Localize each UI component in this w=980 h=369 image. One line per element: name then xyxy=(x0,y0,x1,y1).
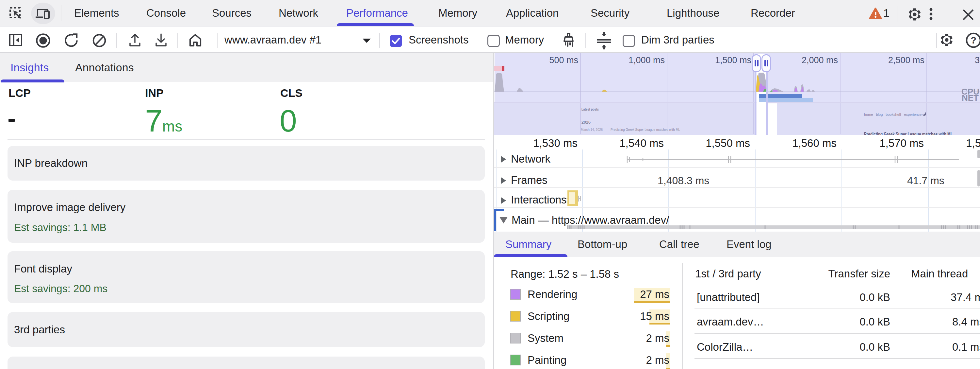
svg-text:1,540 ms: 1,540 ms xyxy=(619,137,664,149)
svg-text:Interactions: Interactions xyxy=(511,194,567,206)
svg-text:500 ms: 500 ms xyxy=(549,55,578,65)
svg-text:1,000 ms: 1,000 ms xyxy=(628,55,665,65)
svg-text:1,580 ms: 1,580 ms xyxy=(966,137,980,149)
svg-text:3,000 ms: 3,000 ms xyxy=(975,55,980,65)
svg-text:2,000 ms: 2,000 ms xyxy=(802,55,838,65)
svg-text:Latest posts: Latest posts xyxy=(581,107,599,111)
svg-text:1,530 ms: 1,530 ms xyxy=(533,137,578,149)
svg-text:1,560 ms: 1,560 ms xyxy=(792,137,837,149)
svg-text:2,500 ms: 2,500 ms xyxy=(888,55,924,65)
svg-text:1,408.3 ms: 1,408.3 ms xyxy=(657,175,709,187)
svg-text:2026: 2026 xyxy=(581,120,590,125)
svg-text:Network: Network xyxy=(511,153,551,165)
svg-text:Main — https://www.avraam.dev/: Main — https://www.avraam.dev/ xyxy=(512,214,669,226)
svg-text:1,500 ms: 1,500 ms xyxy=(715,55,751,65)
svg-text:NET: NET xyxy=(962,93,979,103)
svg-text:41.7 ms: 41.7 ms xyxy=(907,175,944,187)
svg-text:1,570 ms: 1,570 ms xyxy=(880,137,924,149)
svg-text:1,550 ms: 1,550 ms xyxy=(706,137,750,149)
svg-text:home blog bookshelf expe: home blog bookshelf experience xyxy=(864,113,921,117)
svg-text:Predicting Greek Super League: Predicting Greek Super League matches wi… xyxy=(611,128,680,131)
svg-text:March 14, 2026: March 14, 2026 xyxy=(581,128,603,131)
svg-text:Frames: Frames xyxy=(511,174,547,186)
